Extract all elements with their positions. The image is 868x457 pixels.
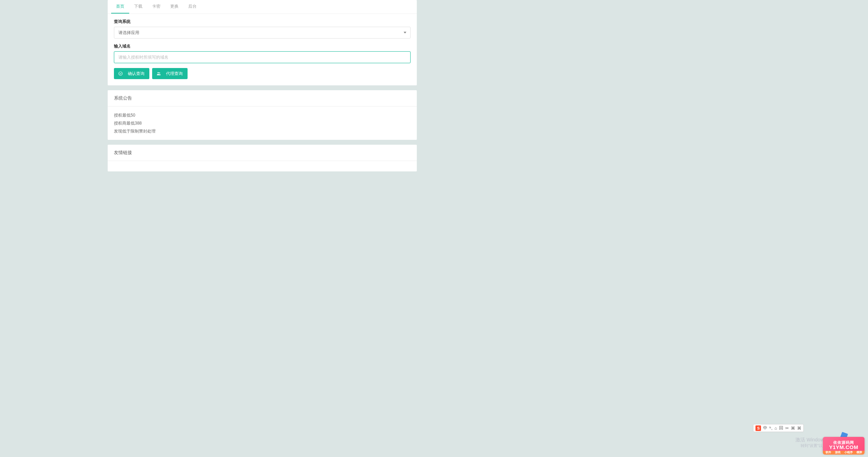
ime-scissors-icon[interactable]: ✂ [785, 426, 789, 431]
button-row: 确认查询 代理查询 [114, 68, 411, 79]
badge-tag: 游戏 [835, 451, 841, 454]
tab-home[interactable]: 首页 [111, 0, 129, 14]
confirm-query-button[interactable]: 确认查询 [114, 68, 149, 79]
links-title: 友情链接 [108, 145, 417, 161]
announcement-line: 授权商最低388 [114, 119, 411, 127]
watermark-sub: 转到"设置"以激 [795, 443, 826, 448]
svg-point-1 [158, 72, 159, 74]
announcement-card: 系统公告 授权最低50 授权商最低388 发现低于限制禁封处理 [108, 90, 417, 140]
tab-download[interactable]: 下载 [129, 0, 147, 14]
announcement-line: 授权最低50 [114, 111, 411, 119]
links-body [108, 161, 417, 171]
badge-top: 依依源码网 [833, 440, 854, 445]
watermark-title: 激活 Windows [795, 437, 826, 443]
app-select-wrapper: 请选择应用 [114, 27, 411, 39]
agent-query-button[interactable]: 代理查询 [152, 68, 188, 79]
ime-lang[interactable]: 中 [763, 425, 767, 431]
query-form: 查询系统 请选择应用 输入域名 确认查询 [108, 14, 417, 85]
sogou-logo-icon: S [755, 425, 761, 431]
badge-main: Y1YM.COM [829, 445, 858, 450]
main-card: 首页 下载 卡密 更换 后台 查询系统 请选择应用 输入域名 确认查询 [108, 0, 417, 85]
site-badge[interactable]: 依依源码网 Y1YM.COM 软件 游戏 小程序 模辞 [823, 437, 865, 454]
tab-bar: 首页 下载 卡密 更换 后台 [108, 0, 417, 14]
badge-tags: 软件 游戏 小程序 模辞 [823, 451, 865, 455]
app-select[interactable]: 请选择应用 [114, 27, 411, 39]
announcement-title: 系统公告 [108, 90, 417, 107]
links-card: 友情链接 [108, 145, 417, 171]
svg-point-2 [159, 73, 160, 74]
domain-label: 输入域名 [114, 43, 411, 49]
domain-input[interactable] [114, 51, 411, 63]
windows-activation-watermark: 激活 Windows 转到"设置"以激 [795, 437, 826, 448]
people-icon [156, 71, 161, 76]
system-label: 查询系统 [114, 19, 411, 25]
tab-replace[interactable]: 更换 [165, 0, 183, 14]
ime-item[interactable]: 回 [779, 425, 783, 431]
check-circle-icon [118, 71, 123, 76]
announcement-line: 发现低于限制禁封处理 [114, 127, 411, 135]
badge-tag: 软件 [826, 451, 831, 454]
tab-card[interactable]: 卡密 [147, 0, 165, 14]
ime-item[interactable]: ⌘ [791, 426, 795, 431]
ime-mic-icon[interactable]: ⌂ [775, 426, 777, 431]
badge-tag: 模辞 [857, 451, 862, 454]
ime-item[interactable]: ᵇ, [769, 426, 772, 431]
tab-admin[interactable]: 后台 [183, 0, 201, 14]
ime-item[interactable]: ⌘ [797, 426, 801, 431]
confirm-query-label: 确认查询 [128, 71, 144, 77]
badge-tag: 小程序 [844, 451, 853, 454]
announcement-body: 授权最低50 授权商最低388 发现低于限制禁封处理 [108, 107, 417, 140]
svg-point-0 [119, 72, 123, 76]
ime-toolbar[interactable]: S 中 ᵇ, ⌂ 回 ✂ ⌘ ⌘ [753, 424, 804, 432]
agent-query-label: 代理查询 [166, 71, 183, 77]
